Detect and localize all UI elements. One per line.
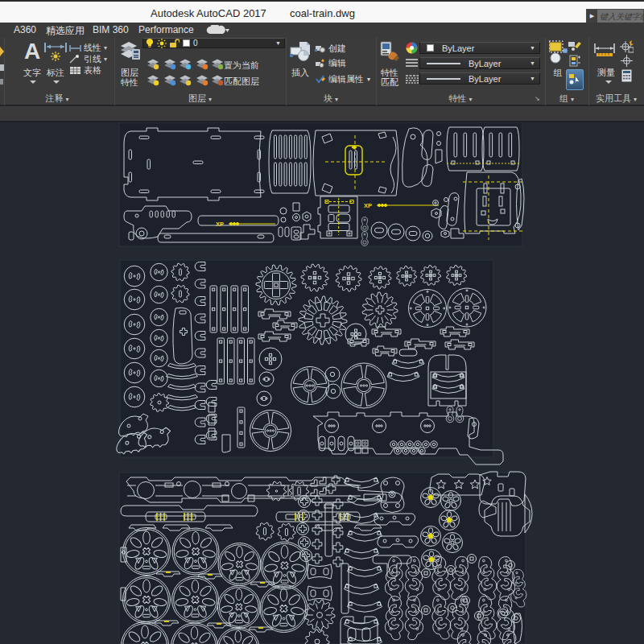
svg-text:XP: XP [216, 221, 224, 228]
svg-text:XP: XP [364, 202, 372, 209]
